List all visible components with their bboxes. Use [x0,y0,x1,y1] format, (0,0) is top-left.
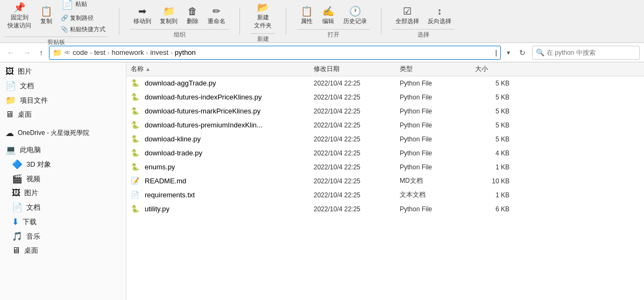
file-row[interactable]: 🐍 download-aggTrade.py 2022/10/4 22:25 P… [126,76,644,90]
open-group: 📋 属性 ✍ 编辑 🕐 历史记录 打开 [297,4,370,39]
file-size: 4 KB [475,149,518,157]
file-row[interactable]: 🐍 download-futures-indexPriceKlines.py 2… [126,90,644,104]
sidebar-item-label: OneDrive - 火星做死學院 [18,128,89,138]
sidebar-item-project[interactable]: 📁 项目文件 [0,93,126,108]
pictures2-icon: 🖼 [12,188,20,198]
sidebar-item-thispc[interactable]: 💻 此电脑 [0,142,126,157]
file-row[interactable]: 📄 requirements.txt 2022/10/4 22:25 文本文档 … [126,188,644,202]
sidebar-item-music[interactable]: 🎵 音乐 [0,229,126,244]
file-pane: 名称 ▲ 修改日期 类型 大小 🐍 download-aggTrade.py 2… [126,62,644,300]
sidebar-item-desktop2[interactable]: 🖥 桌面 [0,244,126,258]
rename-button[interactable]: ✏ 重命名 [204,4,229,27]
new-group: 📂 新建 文件夹 新建 [251,0,275,43]
breadcrumb-bar[interactable]: 📁 ≪ code › test › homework › invest › py… [49,46,501,60]
sidebar-item-onedrive[interactable]: ☁ OneDrive - 火星做死學院 [0,126,126,140]
sidebar-item-download[interactable]: ⬇ 下载 [0,215,126,229]
breadcrumb-dropdown-button[interactable]: ▾ [504,47,513,58]
rename-icon: ✏ [213,5,221,17]
copy-button[interactable]: 📋 复制 [37,4,56,27]
refresh-button[interactable]: ↻ [516,47,529,59]
delete-icon: 🗑 [188,6,197,17]
copy-to-icon: 📁 [163,5,175,17]
sidebar-item-desktop[interactable]: 🖥 桌面 [0,108,126,122]
python-file-icon: 🐍 [131,149,141,157]
file-size: 6 KB [475,205,518,213]
open-row: 📋 属性 ✍ 编辑 🕐 历史记录 [297,4,370,27]
file-list-header: 名称 ▲ 修改日期 类型 大小 [126,62,644,76]
organize-label: 组织 [130,29,229,39]
copy-to-button[interactable]: 📁 复制到 [157,4,181,27]
file-date: 2022/10/4 22:25 [314,135,400,143]
properties-icon: 📋 [301,5,313,17]
paste-button[interactable]: 📄 粘贴 [58,0,108,12]
file-row[interactable]: 🐍 download-trade.py 2022/10/4 22:25 Pyth… [126,146,644,160]
breadcrumb-test[interactable]: test [94,48,105,56]
new-label: 新建 [251,33,275,43]
file-row[interactable]: 🐍 enums.py 2022/10/4 22:25 Python File 1… [126,160,644,174]
back-button[interactable]: ← [4,47,17,59]
file-size: 1 KB [475,191,518,199]
python-file-icon: 🐍 [131,163,141,171]
breadcrumb-homework[interactable]: homework [112,48,144,56]
breadcrumb-code[interactable]: code [73,48,88,56]
file-size: 5 KB [475,135,518,143]
select-label: 选择 [392,29,455,39]
new-folder-button[interactable]: 📂 新建 文件夹 [251,0,275,31]
col-header-type[interactable]: 类型 [400,65,475,74]
pin-icon: 📌 [13,2,25,13]
col-header-name[interactable]: 名称 ▲ [131,65,314,74]
sidebar-item-label: 3D 对象 [26,160,51,169]
file-size: 1 KB [475,163,518,171]
python-file-icon: 🐍 [131,79,141,87]
divider-1 [119,8,119,35]
sidebar-item-3d[interactable]: 🔷 3D 对象 [0,157,126,172]
desktop-icon: 🖥 [5,110,14,119]
file-row[interactable]: 🐍 download-futures-premiumIndexKlin... 2… [126,118,644,132]
python-file-icon: 🐍 [131,135,141,143]
pin-button[interactable]: 📌 固定到 快速访问 [4,0,34,31]
select-all-button[interactable]: ☑ 全部选择 [392,4,422,27]
file-row[interactable]: 🐍 download-futures-markPriceKlines.py 20… [126,104,644,118]
sidebar-item-docs2[interactable]: 📄 文档 [0,200,126,215]
copy-path-button[interactable]: 🔗 复制路径 [58,13,108,23]
divider-2 [239,8,240,35]
file-row[interactable]: 🐍 download-kline.py 2022/10/4 22:25 Pyth… [126,132,644,146]
organize-row: ➡ 移动到 📁 复制到 🗑 删除 ✏ 重命名 [130,4,229,27]
history-button[interactable]: 🕐 历史记录 [340,4,370,27]
file-type: Python File [400,94,475,101]
folder-icon: 📁 [53,48,62,57]
select-group: ☑ 全部选择 ↕ 反向选择 选择 [392,4,455,39]
copy-path-icon: 🔗 [61,15,68,22]
file-row[interactable]: 📝 README.md 2022/10/4 22:25 MD文档 10 KB [126,174,644,188]
docs-icon: 📄 [5,81,16,91]
sidebar-item-pictures2[interactable]: 🖼 图片 [0,186,126,200]
search-input[interactable] [547,49,636,56]
clipboard-label: 剪贴板 [4,37,108,46]
col-header-date[interactable]: 修改日期 [314,65,400,74]
sidebar-item-label: 图片 [18,67,32,76]
toolbar: 📌 固定到 快速访问 📋 复制 📄 粘贴 🔗 复制路径 📎 粘贴快捷方式 [0,0,644,43]
sidebar-item-video[interactable]: 🎬 视频 [0,172,126,186]
desktop2-icon: 🖥 [12,246,20,255]
delete-button[interactable]: 🗑 删除 [183,4,202,27]
properties-button[interactable]: 📋 属性 [297,4,316,27]
forward-button[interactable]: → [20,47,33,59]
sidebar-item-docs[interactable]: 📄 文档 [0,78,126,93]
sidebar-item-pictures[interactable]: 🖼 图片 [0,65,126,78]
file-date: 2022/10/4 22:25 [314,205,400,213]
pc-icon: 💻 [5,145,16,155]
invert-select-button[interactable]: ↕ 反向选择 [424,4,455,27]
up-button[interactable]: ↑ [37,47,46,59]
clipboard-top-row: 📌 固定到 快速访问 📋 复制 📄 粘贴 🔗 复制路径 📎 粘贴快捷方式 [4,0,108,34]
sidebar: 🖼 图片 📄 文档 📁 项目文件 🖥 桌面 ☁ OneDrive - 火星做死學… [0,62,126,300]
copy-icon: 📋 [40,5,52,17]
breadcrumb-invest[interactable]: invest [150,48,168,56]
sidebar-item-label: 下载 [23,217,37,227]
move-to-button[interactable]: ➡ 移动到 [130,4,154,27]
breadcrumb-python[interactable]: python [175,48,196,56]
paste-shortcut-button[interactable]: 📎 粘贴快捷方式 [58,24,108,34]
col-header-size[interactable]: 大小 [475,65,518,74]
edit-button[interactable]: ✍ 编辑 [319,4,338,27]
file-type: Python File [400,205,475,213]
file-row[interactable]: 🐍 utility.py 2022/10/4 22:25 Python File… [126,202,644,216]
